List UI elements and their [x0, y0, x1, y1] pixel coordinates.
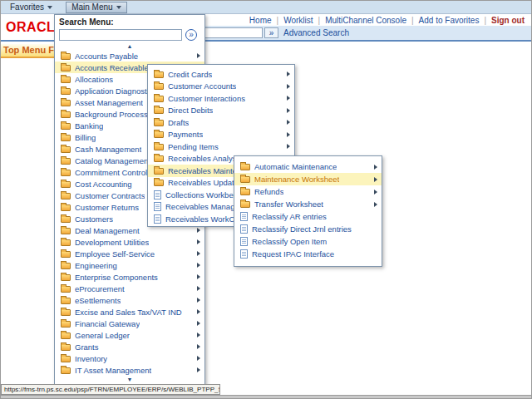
menu-item-label: Allocations	[75, 75, 113, 84]
menu-item-direct-debits[interactable]: Direct Debits	[148, 105, 294, 117]
folder-icon	[61, 309, 71, 316]
menu-item-financial-gateway[interactable]: Financial Gateway	[55, 318, 204, 329]
folder-icon	[61, 170, 71, 176]
menu-item-label: Reclassify Direct Jrnl entries	[252, 224, 352, 234]
submenu-arrow-icon	[197, 367, 200, 372]
menu-item-label: eProcurement	[75, 284, 125, 293]
menu-item-reclassify-direct-jrnl-entries[interactable]: Reclassify Direct Jrnl entries	[234, 223, 382, 235]
folder-icon	[154, 120, 164, 126]
menu-item-label: Refunds	[254, 187, 283, 196]
menu-item-reclassify-ar-entries[interactable]: Reclassify AR entries	[234, 210, 382, 223]
folder-icon	[61, 204, 71, 211]
menu-item-label: Customers	[75, 214, 113, 224]
main-menu-button[interactable]: Main Menu	[66, 2, 126, 13]
menu-item-maintenance-worksheet[interactable]: Maintenance Worksheet	[234, 173, 382, 185]
menu-item-general-ledger[interactable]: General Ledger	[55, 329, 204, 341]
receivables-maintenance-item-list: Automatic MaintenanceMaintenance Workshe…	[234, 160, 382, 260]
menu-item-label: IT Asset Management	[75, 366, 151, 375]
menu-item-label: Accounts Payable	[75, 52, 138, 61]
folder-icon	[61, 263, 71, 269]
header-link-multichannel-console[interactable]: MultiChannel Console	[325, 16, 406, 25]
submenu-arrow-icon	[287, 132, 290, 137]
menu-item-reclassify-open-item[interactable]: Reclassify Open Item	[234, 235, 382, 248]
header-search-go-button[interactable]: »	[264, 27, 278, 38]
submenu-arrow-icon	[287, 144, 290, 149]
menu-search-go-button[interactable]: »	[185, 29, 197, 41]
menu-item-engineering[interactable]: Engineering	[55, 259, 204, 271]
menu-item-automatic-maintenance[interactable]: Automatic Maintenance	[234, 160, 382, 173]
menu-item-label: Employee Self-Service	[75, 249, 155, 259]
submenu-arrow-icon	[197, 239, 200, 244]
folder-icon	[61, 76, 71, 83]
folder-icon	[61, 274, 71, 281]
window-bottom-edge	[1, 395, 532, 399]
folder-icon	[61, 88, 71, 95]
sign-out-link[interactable]: Sign out	[491, 16, 525, 25]
folder-icon	[61, 111, 71, 118]
menu-item-label: Deal Management	[75, 226, 140, 235]
folder-icon	[61, 344, 71, 351]
scroll-up-arrow[interactable]: ▲	[55, 42, 204, 50]
menu-item-label: Development Utilities	[75, 238, 149, 247]
menu-item-label: Credit Cards	[168, 70, 212, 79]
menu-item-customer-interactions[interactable]: Customer Interactions	[148, 92, 294, 105]
menu-item-label: Transfer Worksheet	[254, 200, 323, 209]
folder-icon	[61, 181, 71, 188]
menu-item-payments[interactable]: Payments	[148, 129, 294, 141]
submenu-arrow-icon	[374, 177, 377, 182]
folder-icon	[240, 164, 250, 170]
menu-item-label: Engineering	[75, 261, 117, 270]
favorites-menu-button[interactable]: Favorites	[5, 2, 57, 13]
submenu-arrow-icon	[287, 120, 290, 125]
menu-item-refunds[interactable]: Refunds	[234, 185, 382, 198]
menu-item-label: Reclassify Open Item	[252, 237, 327, 246]
menu-item-development-utilities[interactable]: Development Utilities	[55, 236, 204, 248]
folder-icon	[61, 251, 71, 258]
menu-item-grants[interactable]: Grants	[55, 341, 204, 352]
main-menu-label: Main Menu	[71, 2, 112, 12]
menu-item-it-asset-management[interactable]: IT Asset Management	[55, 364, 204, 376]
document-icon	[240, 237, 248, 246]
document-icon	[240, 212, 248, 221]
header-link-home[interactable]: Home	[249, 16, 272, 25]
scroll-down-arrow[interactable]: ▼	[55, 376, 204, 383]
chevron-down-icon	[116, 6, 121, 9]
menu-item-label: Catalog Management	[75, 156, 150, 165]
menu-item-label: General Ledger	[75, 331, 130, 340]
menu-item-customer-accounts[interactable]: Customer Accounts	[148, 81, 294, 93]
submenu-arrow-icon	[287, 84, 290, 89]
search-menu-label: Search Menu:	[59, 17, 200, 27]
menu-search-input[interactable]	[59, 29, 182, 41]
separator: |	[484, 16, 486, 25]
menu-item-eprocurement[interactable]: eProcurement	[55, 283, 204, 294]
advanced-search-link[interactable]: Advanced Search	[283, 28, 349, 37]
separator: |	[411, 16, 414, 25]
header-link-add-to-favorites[interactable]: Add to Favorites	[419, 16, 480, 25]
separator: |	[318, 16, 321, 25]
menu-item-inventory[interactable]: Inventory	[55, 352, 204, 364]
menu-item-drafts[interactable]: Drafts	[148, 116, 294, 129]
menu-item-request-ipac-interface[interactable]: Request IPAC Interface	[234, 248, 382, 260]
menu-item-excise-and-sales-tax-vat-ind[interactable]: Excise and Sales Tax/VAT IND	[55, 306, 204, 318]
folder-icon	[154, 180, 164, 186]
menu-item-label: Background Processes	[75, 110, 156, 119]
submenu-arrow-icon	[197, 228, 200, 233]
menu-item-enterprise-components[interactable]: Enterprise Components	[55, 271, 204, 283]
folder-icon	[154, 144, 164, 150]
submenu-arrow-icon	[197, 298, 200, 303]
menu-item-esettlements[interactable]: eSettlements	[55, 294, 204, 306]
folder-icon	[61, 321, 71, 328]
header-link-worklist[interactable]: Worklist	[283, 16, 313, 25]
folder-icon	[61, 356, 71, 362]
menu-item-accounts-payable[interactable]: Accounts Payable	[55, 50, 204, 62]
menu-item-pending-items[interactable]: Pending Items	[148, 140, 294, 153]
submenu-arrow-icon	[374, 202, 377, 207]
menu-item-label: Cash Management	[75, 145, 141, 154]
peoplesoft-window: Favorites Main Menu Home|Worklist|MultiC…	[0, 0, 532, 399]
folder-icon	[154, 168, 164, 175]
submenu-arrow-icon	[287, 71, 290, 76]
menu-item-employee-self-service[interactable]: Employee Self-Service	[55, 248, 204, 259]
menu-item-label: Automatic Maintenance	[254, 162, 337, 171]
menu-item-transfer-worksheet[interactable]: Transfer Worksheet	[234, 198, 382, 210]
menu-item-credit-cards[interactable]: Credit Cards	[148, 68, 294, 81]
